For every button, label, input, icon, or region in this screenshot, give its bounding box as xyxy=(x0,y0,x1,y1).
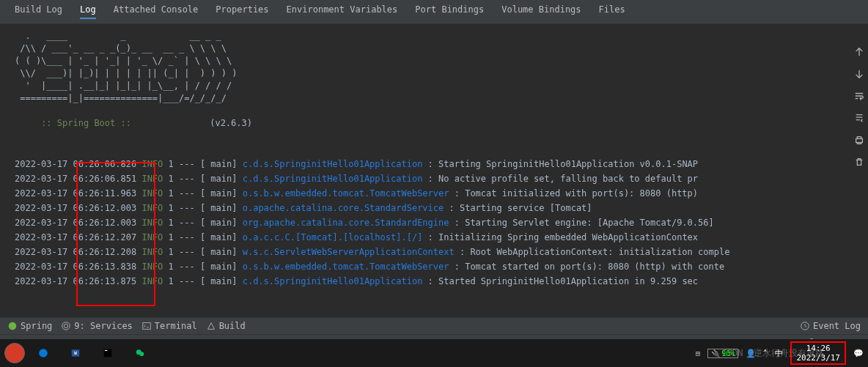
clear-icon[interactable] xyxy=(853,156,865,168)
tray-language[interactable]: 中 xyxy=(775,348,783,359)
scroll-to-end-icon[interactable] xyxy=(853,112,865,124)
svg-point-3 xyxy=(62,322,70,330)
tray-icon-1[interactable]: ⊞ xyxy=(696,349,701,358)
spring-banner: . ____ _ __ _ _ /\\ / ___'_ __ _ _(_)_ _… xyxy=(15,30,853,105)
taskbar-clock[interactable]: 14:26 2022/3/17 xyxy=(790,341,846,365)
build-tool-button[interactable]: Build xyxy=(206,321,246,331)
soft-wrap-icon[interactable] xyxy=(853,90,865,102)
side-toolbar xyxy=(853,46,865,168)
log-line: 2022-03-17 06:26:06.851 INFO 1 --- [ mai… xyxy=(15,171,853,186)
svg-rect-4 xyxy=(143,323,151,330)
tool-window-bar: Spring 9: Services Terminal Build Event … xyxy=(0,317,868,334)
svg-point-7 xyxy=(39,349,48,357)
taskbar-tray: ⊞ 🔌 90% 👤 ˄ 中 14:26 2022/3/17 💬 xyxy=(696,341,864,365)
log-lines: 2022-03-17 06:26:06.826 INFO 1 --- [ mai… xyxy=(15,157,853,289)
spring-boot-line: :: Spring Boot :: (v2.6.3) xyxy=(15,105,853,142)
log-line: 2022-03-17 06:26:13.875 INFO 1 --- [ mai… xyxy=(15,274,853,289)
log-line: 2022-03-17 06:26:06.826 INFO 1 --- [ mai… xyxy=(15,157,853,171)
taskbar-app-word[interactable]: W xyxy=(62,341,89,365)
print-icon[interactable] xyxy=(853,134,865,146)
scroll-down-icon[interactable] xyxy=(853,68,865,80)
event-log-button[interactable]: Event Log xyxy=(800,321,861,331)
scroll-up-icon[interactable] xyxy=(853,46,865,58)
svg-point-13 xyxy=(139,352,144,356)
tab-log[interactable]: Log xyxy=(80,4,96,19)
tab-attached-console[interactable]: Attached Console xyxy=(114,4,199,19)
windows-taskbar: W ⊞ 🔌 90% 👤 ˄ 中 14:26 2022/3/17 💬 xyxy=(0,339,868,367)
tray-chevron-up-icon[interactable]: ˄ xyxy=(763,349,768,358)
tab-files[interactable]: Files xyxy=(599,4,625,19)
svg-rect-0 xyxy=(856,138,863,142)
taskbar-app-1[interactable] xyxy=(4,343,25,363)
log-line: 2022-03-17 06:26:12.208 INFO 1 --- [ mai… xyxy=(15,245,853,259)
log-tabs: Build Log Log Attached Console Propertie… xyxy=(0,0,868,24)
taskbar-app-edge[interactable] xyxy=(29,341,57,365)
taskbar-app-wechat[interactable] xyxy=(126,341,154,365)
spring-tool-button[interactable]: Spring xyxy=(7,321,52,331)
log-content: . ____ _ __ _ _ /\\ / ___'_ __ _ _(_)_ _… xyxy=(0,24,868,317)
battery-indicator[interactable]: 🔌 90% xyxy=(707,349,738,358)
svg-point-2 xyxy=(65,324,68,327)
svg-rect-11 xyxy=(105,350,108,351)
log-line: 2022-03-17 06:26:12.207 INFO 1 --- [ mai… xyxy=(15,230,853,245)
tab-env-vars[interactable]: Environment Variables xyxy=(287,4,398,19)
log-line: 2022-03-17 06:26:12.003 INFO 1 --- [ mai… xyxy=(15,201,853,215)
svg-text:W: W xyxy=(74,351,77,355)
notification-icon[interactable]: 💬 xyxy=(853,349,864,358)
terminal-tool-button[interactable]: Terminal xyxy=(141,321,197,331)
log-line: 2022-03-17 06:26:11.963 INFO 1 --- [ mai… xyxy=(15,186,853,201)
tab-properties[interactable]: Properties xyxy=(216,4,268,19)
log-line: 2022-03-17 06:26:12.003 INFO 1 --- [ mai… xyxy=(15,215,853,230)
tab-build-log[interactable]: Build Log xyxy=(15,4,62,19)
tray-icon-people[interactable]: 👤 xyxy=(746,349,756,358)
tab-volume-bindings[interactable]: Volume Bindings xyxy=(501,4,581,19)
taskbar-app-intellij[interactable] xyxy=(94,341,122,365)
tab-port-bindings[interactable]: Port Bindings xyxy=(415,4,484,19)
log-line: 2022-03-17 06:26:13.838 INFO 1 --- [ mai… xyxy=(15,259,853,274)
svg-point-1 xyxy=(9,322,17,330)
services-tool-button[interactable]: 9: Services xyxy=(61,321,132,331)
